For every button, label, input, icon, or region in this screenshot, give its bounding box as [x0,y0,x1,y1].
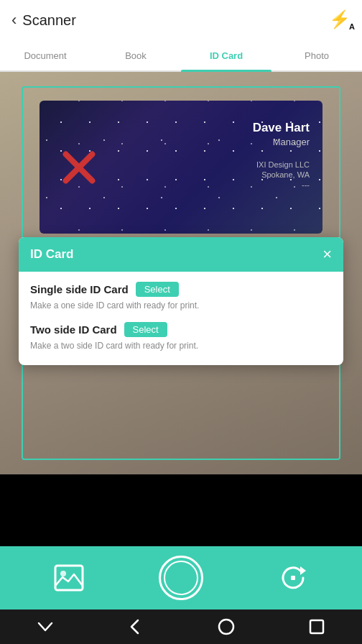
tab-document[interactable]: Document [0,40,90,70]
card-phone: --- [253,180,310,189]
two-side-description: Make a two side ID card with ready for p… [30,340,332,352]
svg-point-4 [219,620,233,634]
svg-point-1 [60,571,66,576]
nav-home-icon [218,618,235,635]
back-icon: ‹ [11,12,17,28]
nav-back-button[interactable] [121,612,150,641]
tab-idcard[interactable]: ID Card [181,40,272,70]
nav-back-icon [129,619,142,635]
two-side-option: Two side ID Card Select Make a two side … [30,322,332,352]
svg-marker-2 [300,566,306,575]
single-side-select-button[interactable]: Select [136,282,179,297]
business-card-preview: Dave Hart Manager IXI Design LLC Spokane… [40,101,322,234]
modal-header: ID Card × [19,237,343,272]
camera-view: Dave Hart Manager IXI Design LLC Spokane… [0,72,362,474]
card-location: Spokane, WA [253,170,310,179]
nav-bar [0,610,362,644]
capture-inner-ring [164,561,198,595]
back-button[interactable]: ‹ [11,12,17,28]
svg-rect-5 [310,620,323,633]
flash-button[interactable]: ⚡ A [329,11,351,29]
nav-home-button[interactable] [212,612,241,641]
card-company: IXI Design LLC [253,160,310,169]
idcard-modal: ID Card × Single side ID Card Select Mak… [19,237,343,365]
card-info: Dave Hart Manager IXI Design LLC Spokane… [253,121,310,189]
modal-title: ID Card [30,247,73,262]
two-side-select-button[interactable]: Select [124,322,167,337]
nav-recents-icon [309,619,325,635]
single-side-description: Make a one side ID card with ready for p… [30,300,332,312]
tab-photo[interactable]: Photo [272,40,362,70]
rotate-icon [279,564,307,592]
nav-down-button[interactable] [31,612,60,641]
flash-icon: ⚡ A [329,11,351,29]
svg-rect-3 [291,576,295,580]
card-job-title: Manager [253,137,310,147]
gallery-icon [54,564,84,592]
top-bar: ‹ Scanner ⚡ A [0,0,362,40]
gallery-button[interactable] [50,559,88,597]
tab-bar: Document Book ID Card Photo [0,40,362,72]
nav-down-icon [37,622,53,632]
rotate-button[interactable] [274,559,312,597]
single-side-label: Single side ID Card [30,283,129,295]
capture-button[interactable] [159,556,203,600]
card-name: Dave Hart [253,121,310,135]
single-side-option: Single side ID Card Select Make a one si… [30,282,332,312]
two-side-label: Two side ID Card [30,323,117,336]
bottom-toolbar [0,546,362,610]
tab-book[interactable]: Book [90,40,181,70]
card-logo [54,142,104,193]
nav-recents-button[interactable] [302,612,331,641]
modal-body: Single side ID Card Select Make a one si… [19,272,343,365]
svg-rect-0 [55,566,83,590]
modal-close-button[interactable]: × [322,247,332,262]
app-title: Scanner [22,12,76,29]
